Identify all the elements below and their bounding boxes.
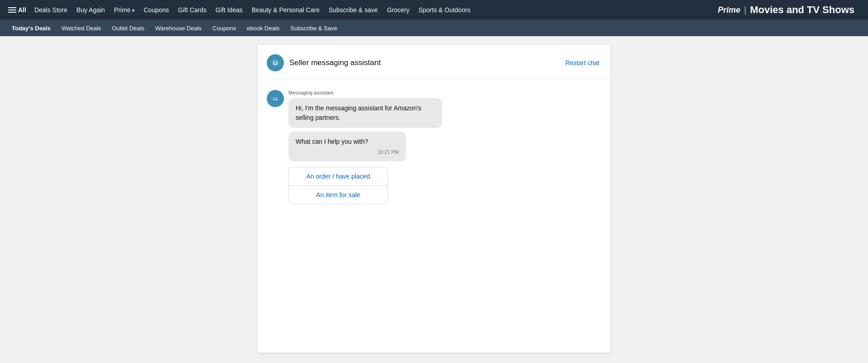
second-nav: Today's Deals Watched Deals Outlet Deals… (0, 20, 868, 36)
svg-point-4 (270, 94, 280, 104)
nav-item-beauty[interactable]: Beauty & Personal Care (247, 4, 324, 16)
option-buttons: An order I have placed An item for sale (288, 167, 388, 204)
svg-point-6 (276, 97, 277, 98)
nav-item-gift-cards[interactable]: Gift Cards (174, 4, 211, 16)
chat-container: Seller messaging assistant Restart chat … (258, 45, 610, 353)
bubble-group: Hi, I'm the messaging assistant for Amaz… (288, 98, 442, 161)
nav-item-gift-ideas[interactable]: Gift Ideas (211, 4, 247, 16)
second-nav-todays-deals[interactable]: Today's Deals (7, 22, 55, 34)
svg-point-2 (274, 61, 274, 62)
nav-item-coupons[interactable]: Coupons (139, 4, 174, 16)
chat-header-left: Seller messaging assistant (267, 54, 381, 71)
second-nav-warehouse-deals[interactable]: Warehouse Deals (151, 22, 206, 34)
second-nav-ebook-deals[interactable]: ebook Deals (242, 22, 284, 34)
message-bubble-1: Hi, I'm the messaging assistant for Amaz… (288, 98, 442, 128)
second-nav-coupons[interactable]: Coupons (208, 22, 241, 34)
message-time: 10:21 PM (296, 148, 399, 156)
nav-item-deals-store[interactable]: Deals Store (30, 4, 72, 16)
svg-point-5 (274, 97, 274, 98)
top-nav: All Deals Store Buy Again Prime Coupons … (0, 0, 868, 20)
assistant-icon (270, 57, 281, 68)
assistant-avatar (267, 90, 284, 107)
second-nav-outlet-deals[interactable]: Outlet Deals (108, 22, 149, 34)
svg-point-1 (272, 59, 279, 66)
prime-promo[interactable]: Prime | Movies and TV Shows (709, 0, 863, 20)
nav-item-buy-again[interactable]: Buy Again (72, 4, 109, 16)
all-label: All (18, 6, 26, 14)
promo-divider: | (744, 5, 746, 15)
prime-promo-label: Prime (718, 5, 741, 15)
message-text-2: What can I help you with? (296, 137, 399, 146)
promo-text: Movies and TV Shows (750, 4, 854, 16)
assistant-label: Messaging assistant (288, 90, 442, 95)
restart-chat-button[interactable]: Restart chat (566, 59, 599, 66)
avatar (267, 54, 284, 71)
assistant-avatar-icon (270, 93, 281, 104)
hamburger-icon (8, 7, 16, 13)
second-nav-watched-deals[interactable]: Watched Deals (57, 22, 106, 34)
all-menu-button[interactable]: All (5, 4, 30, 16)
option-item-for-sale[interactable]: An item for sale (289, 186, 387, 204)
message-group: Messaging assistant Hi, I'm the messagin… (288, 90, 442, 161)
nav-item-grocery[interactable]: Grocery (382, 4, 414, 16)
nav-item-prime[interactable]: Prime (109, 4, 139, 16)
chat-header: Seller messaging assistant Restart chat (258, 45, 610, 79)
message-bubble-2: What can I help you with? 10:21 PM (288, 132, 406, 161)
nav-item-sports[interactable]: Sports & Outdoors (414, 4, 475, 16)
nav-item-subscribe-save[interactable]: Subscribe & save (324, 4, 382, 16)
chat-title: Seller messaging assistant (289, 58, 381, 67)
option-order-placed[interactable]: An order I have placed (289, 167, 387, 186)
svg-point-3 (276, 61, 277, 62)
chat-body: Messaging assistant Hi, I'm the messagin… (258, 79, 610, 215)
second-nav-subscribe-save[interactable]: Subscribe & Save (286, 22, 341, 34)
main-content: Seller messaging assistant Restart chat … (0, 36, 868, 362)
message-row-assistant: Messaging assistant Hi, I'm the messagin… (267, 90, 601, 161)
